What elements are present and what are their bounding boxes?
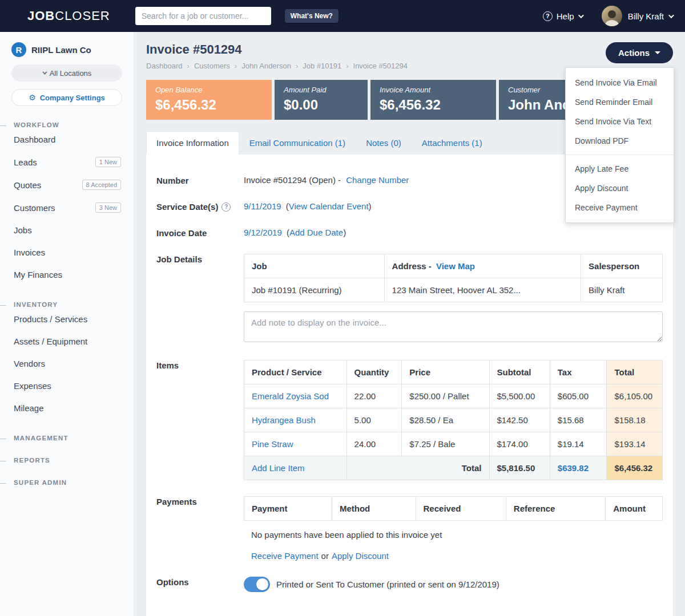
receive-payment-link[interactable]: Receive Payment [251, 551, 319, 561]
payments-table: Payment Method Received Reference Amount [244, 496, 663, 521]
menu-item-download-pdf[interactable]: Download PDF [566, 131, 674, 151]
sidebar-item-label: Dashboard [14, 135, 55, 144]
sidebar-item-assets-equipment[interactable]: Assets / Equipment [0, 330, 134, 352]
breadcrumb-job[interactable]: Job #10191 [303, 62, 353, 70]
info-icon[interactable]: ? [221, 202, 231, 212]
tab-notes[interactable]: Notes (0) [356, 131, 412, 155]
stat-label: Invoice Amount [380, 86, 487, 94]
chevron-down-icon [668, 13, 674, 18]
menu-item-send-invoice-email[interactable]: Send Invoice Via Email [566, 73, 674, 92]
help-icon: ? [543, 11, 553, 21]
breadcrumb-invoice: Invoice #501294 [353, 62, 408, 70]
tab-email-communication[interactable]: Email Communication (1) [239, 131, 356, 155]
company-header: R RIIPL Lawn Co [11, 42, 122, 57]
help-menu[interactable]: ? Help [543, 11, 582, 21]
table-row: Hydrangea Bush 5.00 $28.50 / Ea $142.50 … [244, 408, 663, 432]
table-row: Pine Straw 24.00 $7.25 / Bale $174.00 $1… [244, 432, 663, 456]
invoice-date-link[interactable]: 9/12/2019 [244, 228, 282, 237]
item-link-emerald-zoysia-sod[interactable]: Emerald Zoysia Sod [252, 391, 329, 401]
sidebar-item-label: Expenses [14, 381, 51, 391]
sidebar-item-customers[interactable]: Customers3 New [0, 196, 134, 219]
sidebar-item-label: Assets / Equipment [14, 337, 87, 346]
change-number-link[interactable]: Change Number [346, 175, 409, 185]
job-cell: Job #10191 (Recurring) [244, 278, 385, 302]
printed-sent-text: Printed or Sent To Customer (printed or … [276, 579, 499, 589]
quantity-cell: 24.00 [346, 432, 402, 456]
amount-header: Amount [606, 497, 663, 521]
add-line-item-link[interactable]: Add Line Item [252, 463, 305, 473]
locations-dropdown[interactable]: All Locations [11, 64, 122, 82]
invoice-date-label: Invoice Date [156, 228, 244, 238]
section-header-super-admin[interactable]: SUPER ADMIN [0, 479, 134, 486]
sidebar-item-products-services[interactable]: Products / Services [0, 308, 134, 330]
sidebar-item-my-finances[interactable]: My Finances [0, 264, 134, 286]
sidebar-item-label: Invoices [14, 248, 45, 257]
view-calendar-event-link[interactable]: View Calendar Event [289, 201, 369, 211]
breadcrumb-customers[interactable]: Customers [194, 62, 241, 70]
price-cell: $250.00 / Pallet [402, 384, 489, 408]
section-header-inventory: INVENTORY [0, 301, 134, 308]
sidebar-item-dashboard[interactable]: Dashboard [0, 128, 134, 151]
items-totals-row: Add Line Item Total $5,816.50 $639.82 $6… [244, 456, 663, 480]
invoice-number-value: Invoice #501294 (Open) - [244, 175, 341, 185]
job-col-header: Job [244, 254, 385, 278]
sidebar-item-jobs[interactable]: Jobs [0, 219, 134, 241]
tab-invoice-information[interactable]: Invoice Information [146, 131, 239, 155]
quotes-badge: 8 Accepted [82, 180, 121, 190]
menu-item-send-reminder-email[interactable]: Send Reminder Email [566, 92, 674, 112]
avatar[interactable] [602, 6, 622, 26]
stat-open-balance: Open Balance $6,456.32 [146, 80, 272, 120]
company-name: RIIPL Lawn Co [31, 45, 91, 55]
method-header: Method [332, 497, 416, 521]
menu-item-apply-discount[interactable]: Apply Discount [566, 179, 674, 198]
sidebar-item-quotes[interactable]: Quotes8 Accepted [0, 173, 134, 196]
section-header-reports[interactable]: REPORTS [0, 457, 134, 464]
whats-new-button[interactable]: What's New? [285, 9, 339, 23]
search-input[interactable] [135, 7, 271, 25]
view-map-link[interactable]: View Map [436, 261, 475, 271]
company-settings-button[interactable]: ⚙ Company Settings [11, 89, 122, 106]
printed-sent-toggle[interactable] [244, 577, 270, 592]
avatar-silhouette [602, 7, 622, 26]
item-link-pine-straw[interactable]: Pine Straw [252, 439, 293, 449]
chevron-down-icon [42, 70, 47, 74]
job-details-table: Job Address - View Map Salesperson Job #… [244, 254, 663, 302]
tab-attachments[interactable]: Attachments (1) [412, 131, 493, 155]
stat-value: $6,456.32 [380, 97, 487, 113]
section-header-management[interactable]: MANAGEMENT [0, 435, 134, 441]
breadcrumb-john-anderson[interactable]: John Anderson [241, 62, 303, 70]
sidebar-item-expenses[interactable]: Expenses [0, 375, 134, 397]
apply-discount-link[interactable]: Apply Discount [332, 551, 389, 561]
page-title: Invoice #501294 [146, 42, 408, 57]
table-row: Emerald Zoysia Sod 22.00 $250.00 / Palle… [244, 384, 663, 408]
service-date-link[interactable]: 9/11/2019 [244, 201, 281, 211]
table-row: Job #10191 (Recurring) 123 Main Street, … [244, 278, 663, 302]
customers-badge: 3 New [95, 202, 121, 213]
options-row: Options Printed or Sent To Customer (pri… [156, 569, 663, 600]
quantity-cell: 5.00 [346, 408, 402, 432]
breadcrumb-dashboard[interactable]: Dashboard [146, 62, 194, 70]
user-menu[interactable]: Billy Kraft [628, 11, 672, 21]
payments-label: Payments [156, 496, 244, 506]
sidebar-item-invoices[interactable]: Invoices [0, 241, 134, 264]
sidebar-item-vendors[interactable]: Vendors [0, 352, 134, 375]
invoice-date-row: Invoice Date 9/12/2019 (Add Due Date) [156, 220, 663, 246]
add-due-date-link[interactable]: Add Due Date [289, 228, 343, 237]
app-logo: JOBCLOSER [27, 9, 110, 23]
tax-total-link[interactable]: $639.82 [550, 456, 607, 480]
item-link-hydrangea-bush[interactable]: Hydrangea Bush [252, 415, 316, 425]
menu-item-apply-late-fee[interactable]: Apply Late Fee [566, 159, 674, 179]
stat-label: Open Balance [155, 86, 263, 94]
product-service-header: Product / Service [244, 360, 347, 384]
sidebar-item-label: Products / Services [14, 314, 87, 324]
items-label: Items [156, 360, 244, 370]
address-header-text: Address - [392, 261, 432, 271]
payment-actions: Receive PaymentorApply Discount [244, 542, 663, 561]
sidebar-item-mileage[interactable]: Mileage [0, 397, 134, 419]
actions-button[interactable]: Actions [606, 42, 673, 63]
menu-item-receive-payment[interactable]: Receive Payment [566, 198, 674, 217]
menu-item-send-invoice-text[interactable]: Send Invoice Via Text [566, 112, 674, 131]
invoice-note-input[interactable] [244, 311, 663, 342]
sidebar-item-leads[interactable]: Leads1 New [0, 151, 134, 173]
payments-row: Payments Payment Method Received Referen… [156, 488, 663, 569]
